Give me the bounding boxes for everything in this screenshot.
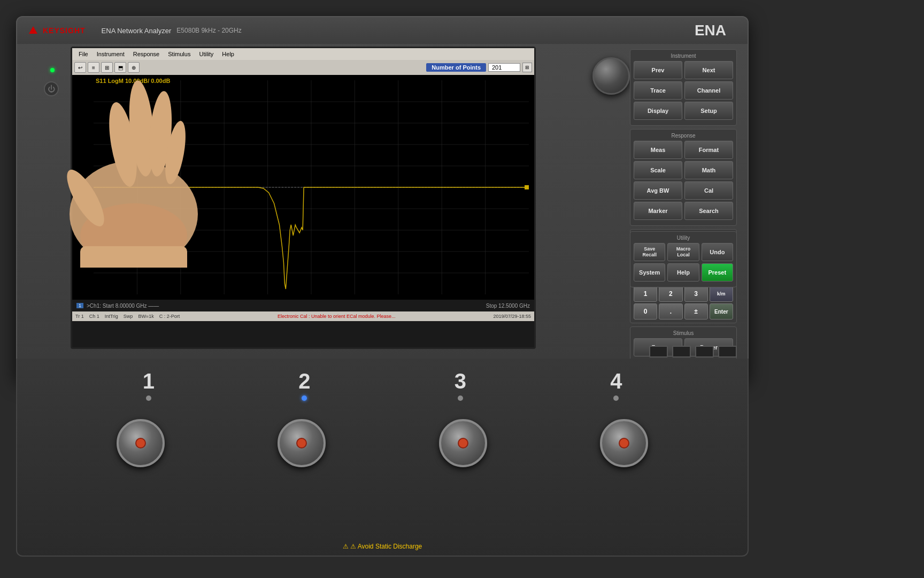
status-trig: IntTrig xyxy=(105,314,118,319)
port-3-label: 3 xyxy=(455,369,466,393)
keysight-logo-icon xyxy=(28,25,38,36)
connector-3-center xyxy=(458,438,468,448)
menu-response[interactable]: Response xyxy=(129,50,164,58)
next-button[interactable]: Next xyxy=(684,61,733,79)
connector-4-center xyxy=(619,438,629,448)
toolbar-btn3[interactable]: ⊞ xyxy=(101,62,113,73)
connector-2 xyxy=(278,419,326,467)
system-button[interactable]: System xyxy=(634,263,665,282)
trace-label: S11 LogM 10.00dB/ 0.00dB xyxy=(96,78,170,84)
cal-button[interactable]: Cal xyxy=(684,181,733,200)
toolbar-undo[interactable]: ↩ xyxy=(74,62,86,73)
warning-text: ⚠ ⚠ Avoid Static Discharge xyxy=(343,543,422,550)
power-button[interactable] xyxy=(44,81,59,96)
response-section: Response Meas Format Scale Math Avg BW C… xyxy=(630,129,737,226)
port-4-label: 4 xyxy=(610,369,622,393)
ch-indicator: 1 xyxy=(76,303,83,308)
response-section-label: Response xyxy=(634,133,733,139)
model-name: E5080B 9kHz - 20GHz xyxy=(176,27,241,34)
keysight-logo: KEYSIGHT xyxy=(28,25,86,36)
key-plusminus[interactable]: ± xyxy=(684,303,708,320)
save-recall-button[interactable]: SaveRecall xyxy=(634,243,665,261)
svg-rect-20 xyxy=(525,185,529,189)
port-2-led xyxy=(302,396,307,401)
instrument-body: KEYSIGHT ENA Network Analyzer E5080B 9kH… xyxy=(16,16,749,380)
port-1-led xyxy=(146,396,151,401)
port-2-label: 2 xyxy=(298,369,310,393)
format-button[interactable]: Format xyxy=(684,141,733,159)
ena-title: ENA xyxy=(695,22,726,39)
power-led xyxy=(50,68,55,72)
usb-port-2 xyxy=(672,346,691,358)
undo-button[interactable]: Undo xyxy=(702,243,733,261)
status-error: Electronic Cal : Unable to orient ECal m… xyxy=(185,314,488,319)
key-3[interactable]: 3 xyxy=(684,286,708,302)
bottom-section: 1 2 3 4 ⚠ ⚠ Avoid Static Discha xyxy=(16,359,749,557)
key-enter[interactable]: Enter xyxy=(710,303,733,320)
toolbar-btn2[interactable]: ≡ xyxy=(88,62,99,73)
nop-input[interactable] xyxy=(488,63,520,72)
status-bar: Tr 1 Ch 1 IntTrig Swp BW=1k C : 2-Port E… xyxy=(72,311,534,321)
utility-section-label: Utility xyxy=(634,235,733,241)
avg-bw-button[interactable]: Avg BW xyxy=(634,181,682,200)
connectors-row xyxy=(17,414,748,473)
key-0[interactable]: 0 xyxy=(634,303,657,320)
stimulus-section-label: Stimulus xyxy=(634,330,733,336)
knob-area xyxy=(592,57,635,100)
utility-section: Utility SaveRecall MacroLocal Undo Syste… xyxy=(630,231,737,287)
connector-4 xyxy=(600,419,648,467)
usb-port-4 xyxy=(718,346,737,358)
menu-file[interactable]: File xyxy=(74,50,93,58)
usb-port-3 xyxy=(695,346,714,358)
toolbar-zoom[interactable]: ⊕ xyxy=(128,62,140,73)
stop-freq: Stop 12.5000 GHz xyxy=(486,303,530,309)
toolbar-btn4[interactable]: ⬒ xyxy=(114,62,126,73)
key-km[interactable]: k/m xyxy=(710,286,733,302)
start-freq: >Ch1: Start 8.00000 GHz —— xyxy=(87,303,159,309)
key-2[interactable]: 2 xyxy=(659,286,682,302)
status-ch: Ch 1 xyxy=(89,314,99,319)
macro-local-button[interactable]: MacroLocal xyxy=(667,243,699,261)
menu-instrument[interactable]: Instrument xyxy=(93,50,129,58)
nop-grid-icon[interactable]: ⊞ xyxy=(522,63,532,72)
rotary-knob[interactable] xyxy=(592,57,630,95)
menu-bar: File Instrument Response Stimulus Utilit… xyxy=(72,48,534,60)
preset-button[interactable]: Preset xyxy=(702,263,733,282)
menu-stimulus[interactable]: Stimulus xyxy=(164,50,195,58)
math-button[interactable]: Math xyxy=(684,161,733,179)
utility-panel: Utility SaveRecall MacroLocal Undo Syste… xyxy=(630,231,737,287)
status-port: C : 2-Port xyxy=(159,314,180,319)
trace-button[interactable]: Trace xyxy=(634,81,682,100)
brand-name: KEYSIGHT xyxy=(43,26,86,35)
connector-2-center xyxy=(296,438,307,448)
channel-button[interactable]: Channel xyxy=(684,81,733,100)
menu-help[interactable]: Help xyxy=(218,50,238,58)
screen: File Instrument Response Stimulus Utilit… xyxy=(71,47,536,349)
graph-svg: -40 -50 xyxy=(94,80,529,294)
bottom-info: 1 >Ch1: Start 8.00000 GHz —— Stop 12.500… xyxy=(72,300,534,311)
instrument-section-label: Instrument xyxy=(634,53,733,59)
svg-marker-0 xyxy=(29,26,37,34)
connector-1 xyxy=(117,419,165,467)
key-1[interactable]: 1 xyxy=(634,286,657,302)
usb-port-1 xyxy=(649,346,668,358)
status-tr: Tr 1 xyxy=(75,314,84,319)
nop-label: Number of Points xyxy=(426,63,486,72)
prev-button[interactable]: Prev xyxy=(634,61,682,79)
toolbar: ↩ ≡ ⊞ ⬒ ⊕ xyxy=(74,62,140,73)
nop-bar: Number of Points ⊞ xyxy=(426,63,532,72)
connector-3 xyxy=(439,419,487,467)
display-button[interactable]: Display xyxy=(634,102,682,120)
scale-button[interactable]: Scale xyxy=(634,161,682,179)
setup-button[interactable]: Setup xyxy=(684,102,733,120)
help-button[interactable]: Help xyxy=(667,263,699,282)
status-time: 2019/07/29-18:55 xyxy=(493,314,531,319)
status-bw: BW=1k xyxy=(138,314,153,319)
marker-button[interactable]: Marker xyxy=(634,202,682,220)
status-swp: Swp xyxy=(124,314,133,319)
key-dot[interactable]: . xyxy=(659,303,682,320)
meas-button[interactable]: Meas xyxy=(634,141,682,159)
menu-utility[interactable]: Utility xyxy=(195,50,218,58)
right-panel: Instrument Prev Next Trace Channel Displ… xyxy=(630,49,737,383)
search-button[interactable]: Search xyxy=(684,202,733,220)
